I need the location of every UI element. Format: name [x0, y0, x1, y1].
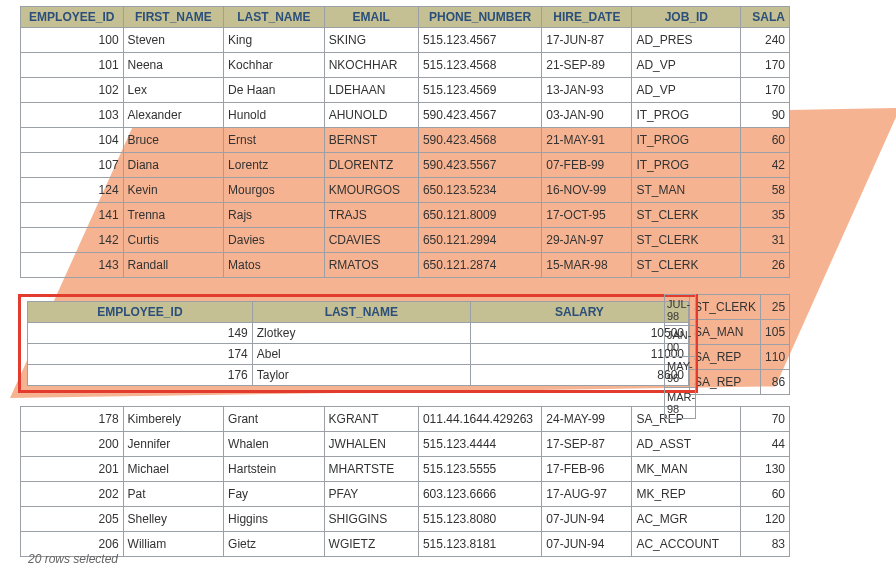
cell-first-name: William	[123, 532, 224, 557]
table-row: 100 Steven King SKING 515.123.4567 17-JU…	[21, 28, 790, 53]
cell-first-name: Curtis	[123, 228, 224, 253]
col-hire-date: HIRE_DATE	[542, 7, 632, 28]
cell-first-name: Trenna	[123, 203, 224, 228]
cell-email: KMOURGOS	[324, 178, 418, 203]
table-row: 200 Jennifer Whalen JWHALEN 515.123.4444…	[21, 432, 790, 457]
cell-employee-id: 149	[28, 323, 253, 344]
cell-employee-id: 174	[28, 344, 253, 365]
cell-salary: 110	[761, 345, 790, 370]
cell-hire-date: 13-JAN-93	[542, 78, 632, 103]
table-row: SA_MAN 105	[689, 320, 790, 345]
cell-email: MHARTSTE	[324, 457, 418, 482]
cell-hire-date-fragment: MAY-96	[665, 357, 696, 388]
cell-job-id: ST_CLERK	[632, 203, 741, 228]
table-row: 205 Shelley Higgins SHIGGINS 515.123.808…	[21, 507, 790, 532]
table-row: JAN-00	[665, 326, 696, 357]
cell-salary: 42	[741, 153, 790, 178]
cell-last-name: Zlotkey	[252, 323, 470, 344]
table-row: 102 Lex De Haan LDEHAAN 515.123.4569 13-…	[21, 78, 790, 103]
cell-phone: 590.423.5567	[418, 153, 541, 178]
cell-last-name: Lorentz	[224, 153, 325, 178]
cell-email: TRAJS	[324, 203, 418, 228]
col-employee-id: EMPLOYEE_ID	[21, 7, 124, 28]
table-row: 104 Bruce Ernst BERNST 590.423.4568 21-M…	[21, 128, 790, 153]
cell-employee-id: 104	[21, 128, 124, 153]
cell-salary: 25	[761, 295, 790, 320]
cell-phone: 650.121.2874	[418, 253, 541, 278]
cell-salary: 60	[741, 482, 790, 507]
cell-employee-id: 102	[21, 78, 124, 103]
cell-hire-date: 21-MAY-91	[542, 128, 632, 153]
cell-last-name: Mourgos	[224, 178, 325, 203]
hire-date-fragment: JUL-98JAN-00MAY-96MAR-98	[664, 294, 696, 419]
cell-hire-date-fragment: JUL-98	[665, 295, 696, 326]
cell-last-name: Hunold	[224, 103, 325, 128]
cell-job-id: AD_VP	[632, 53, 741, 78]
cell-email: CDAVIES	[324, 228, 418, 253]
cell-employee-id: 101	[21, 53, 124, 78]
sub-col-employee-id: EMPLOYEE_ID	[28, 302, 253, 323]
table-row: 107 Diana Lorentz DLORENTZ 590.423.5567 …	[21, 153, 790, 178]
cell-hire-date-fragment: MAR-98	[665, 388, 696, 419]
sub-col-salary: SALARY	[470, 302, 688, 323]
cell-phone: 650.123.5234	[418, 178, 541, 203]
cell-phone: 011.44.1644.429263	[418, 407, 541, 432]
cell-email: DLORENTZ	[324, 153, 418, 178]
cell-first-name: Bruce	[123, 128, 224, 153]
cell-salary: 60	[741, 128, 790, 153]
cell-salary: 83	[741, 532, 790, 557]
cell-last-name: Abel	[252, 344, 470, 365]
cell-hire-date: 17-AUG-97	[542, 482, 632, 507]
employees-table-top: EMPLOYEE_ID FIRST_NAME LAST_NAME EMAIL P…	[20, 6, 790, 278]
table-row: JUL-98	[665, 295, 696, 326]
cell-hire-date: 21-SEP-89	[542, 53, 632, 78]
table-row: 176 Taylor 8600	[28, 365, 689, 386]
table-row: 143 Randall Matos RMATOS 650.121.2874 15…	[21, 253, 790, 278]
table-row: 202 Pat Fay PFAY 603.123.6666 17-AUG-97 …	[21, 482, 790, 507]
cell-salary: 170	[741, 78, 790, 103]
cell-first-name: Steven	[123, 28, 224, 53]
subquery-result-box: EMPLOYEE_ID LAST_NAME SALARY 149 Zlotkey…	[18, 294, 698, 393]
cell-hire-date-fragment: JAN-00	[665, 326, 696, 357]
cell-last-name: Rajs	[224, 203, 325, 228]
cell-email: RMATOS	[324, 253, 418, 278]
cell-salary: 170	[741, 53, 790, 78]
cell-email: SKING	[324, 28, 418, 53]
col-phone: PHONE_NUMBER	[418, 7, 541, 28]
subquery-table: EMPLOYEE_ID LAST_NAME SALARY 149 Zlotkey…	[27, 301, 689, 386]
table-row: 149 Zlotkey 10500	[28, 323, 689, 344]
cell-last-name: King	[224, 28, 325, 53]
col-first-name: FIRST_NAME	[123, 7, 224, 28]
cell-hire-date: 16-NOV-99	[542, 178, 632, 203]
cell-employee-id: 141	[21, 203, 124, 228]
cell-phone: 650.121.8009	[418, 203, 541, 228]
table-header-row: EMPLOYEE_ID FIRST_NAME LAST_NAME EMAIL P…	[21, 7, 790, 28]
cell-first-name: Diana	[123, 153, 224, 178]
cell-phone: 515.123.5555	[418, 457, 541, 482]
cell-hire-date: 24-MAY-99	[542, 407, 632, 432]
cell-email: AHUNOLD	[324, 103, 418, 128]
cell-salary: 58	[741, 178, 790, 203]
cell-salary: 240	[741, 28, 790, 53]
table-row: 142 Curtis Davies CDAVIES 650.121.2994 2…	[21, 228, 790, 253]
employees-table-bottom: 178 Kimberely Grant KGRANT 011.44.1644.4…	[20, 406, 790, 557]
cell-employee-id: 107	[21, 153, 124, 178]
sub-col-last-name: LAST_NAME	[252, 302, 470, 323]
cell-hire-date: 17-OCT-95	[542, 203, 632, 228]
cell-salary: 8600	[470, 365, 688, 386]
cell-last-name: De Haan	[224, 78, 325, 103]
col-job-id: JOB_ID	[632, 7, 741, 28]
cell-email: SHIGGINS	[324, 507, 418, 532]
cell-phone: 590.423.4567	[418, 103, 541, 128]
cell-last-name: Gietz	[224, 532, 325, 557]
col-last-name: LAST_NAME	[224, 7, 325, 28]
cell-employee-id: 100	[21, 28, 124, 53]
cell-job-id: IT_PROG	[632, 128, 741, 153]
cell-phone: 515.123.8080	[418, 507, 541, 532]
cell-last-name: Taylor	[252, 365, 470, 386]
cell-last-name: Fay	[224, 482, 325, 507]
cell-email: JWHALEN	[324, 432, 418, 457]
cell-first-name: Randall	[123, 253, 224, 278]
cell-phone: 603.123.6666	[418, 482, 541, 507]
table-row: 174 Abel 11000	[28, 344, 689, 365]
